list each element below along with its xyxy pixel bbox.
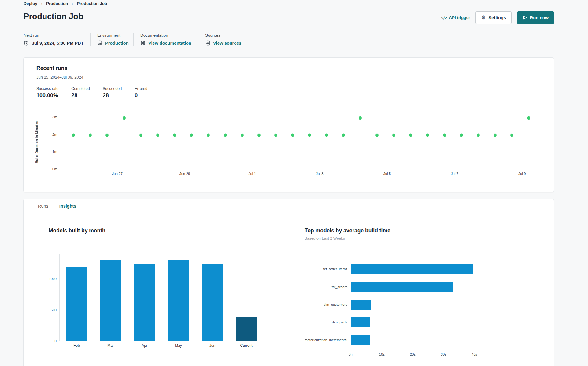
run-dot[interactable] — [224, 134, 227, 137]
environment-column: Environment Production — [90, 33, 133, 46]
run-dot[interactable] — [123, 116, 126, 120]
run-dot[interactable] — [494, 134, 497, 137]
model-bar — [351, 300, 371, 310]
gear-icon: ⚙ — [481, 15, 486, 20]
next-run-value: Jul 9, 2024, 5:00 PM PDT — [32, 41, 83, 46]
run-dot[interactable] — [342, 134, 345, 137]
model-label: fct_orders — [24, 285, 347, 289]
job-info-row: Next run Jul 9, 2024, 5:00 PM PDT Enviro… — [24, 33, 249, 46]
run-dot[interactable] — [156, 134, 159, 137]
run-dot[interactable] — [308, 134, 311, 137]
settings-button[interactable]: ⚙ Settings — [475, 11, 511, 24]
x-axis-tick-mark — [444, 349, 444, 351]
run-dot[interactable] — [409, 134, 412, 137]
y-axis-tick-label: 3m — [52, 115, 57, 119]
model-bar-track — [351, 264, 554, 274]
stat-success-rate: Success rate 100.00% — [36, 87, 58, 99]
environment-link[interactable]: Production — [105, 41, 129, 46]
run-dot[interactable] — [89, 134, 92, 137]
chevron-right-icon: › — [41, 1, 43, 6]
run-dot[interactable] — [325, 134, 328, 137]
x-axis-tick-label: 20s — [410, 353, 416, 356]
run-dot[interactable] — [443, 134, 446, 137]
x-axis-tick-label: Jun 29 — [179, 172, 190, 176]
run-dot[interactable] — [257, 134, 261, 137]
model-bar — [351, 335, 370, 345]
recent-runs-title: Recent runs — [36, 65, 67, 72]
y-axis-tick-label: 2m — [52, 133, 57, 136]
run-dot[interactable] — [359, 116, 362, 120]
model-bar — [351, 282, 453, 292]
page-title: Production Job — [24, 12, 83, 21]
next-run-column: Next run Jul 9, 2024, 5:00 PM PDT — [24, 33, 90, 46]
y-axis-tick-label: 0m — [52, 167, 57, 171]
run-dot[interactable] — [426, 134, 429, 137]
model-row: fct_order_items — [24, 260, 554, 278]
recent-runs-date-range: Jun 25, 2024–Jul 09, 2024 — [36, 75, 83, 79]
model-bar-track — [351, 282, 554, 292]
breadcrumb: Deploy › Production › Production Job — [24, 1, 107, 6]
tab-bar: Runs Insights — [24, 199, 554, 213]
clock-icon — [24, 40, 29, 46]
recent-runs-card: Recent runs Jun 25, 2024–Jul 09, 2024 Su… — [23, 57, 554, 192]
run-dot[interactable] — [72, 134, 75, 137]
model-label: materialization_incremental — [24, 338, 347, 342]
run-dot[interactable] — [190, 134, 193, 137]
x-axis-tick-label: Jul 7 — [451, 172, 458, 176]
run-dot[interactable] — [477, 134, 480, 137]
run-now-label: Run now — [530, 15, 549, 20]
api-trigger-label: API trigger — [449, 15, 470, 20]
breadcrumb-production[interactable]: Production — [46, 1, 68, 6]
x-axis-tick-label: 10s — [379, 353, 385, 356]
top-models-title: Top models by average build time — [305, 227, 390, 234]
model-bar-track — [351, 335, 554, 345]
run-dot[interactable] — [375, 134, 379, 137]
model-bar-track — [351, 300, 554, 310]
run-now-button[interactable]: Run now — [517, 11, 554, 24]
settings-label: Settings — [489, 15, 506, 20]
x-axis-tick-label: Jun 27 — [112, 172, 123, 176]
run-dot[interactable] — [392, 134, 395, 137]
model-row: dim_parts — [24, 313, 554, 331]
run-dot[interactable] — [241, 134, 244, 137]
model-bar — [351, 264, 473, 274]
model-row: fct_orders — [24, 278, 554, 296]
run-dot[interactable] — [274, 134, 277, 137]
view-documentation-link[interactable]: View documentation — [148, 41, 191, 46]
view-sources-link[interactable]: View sources — [213, 41, 241, 46]
tab-insights[interactable]: Insights — [54, 199, 82, 213]
run-duration-y-axis-title: Build Duration in Minutes — [35, 121, 39, 163]
sources-column: Sources View sources — [198, 33, 249, 46]
stat-completed: Completed 28 — [71, 87, 90, 99]
dbt-docs-icon — [140, 40, 146, 46]
x-axis-tick-label: Jul 1 — [249, 172, 256, 176]
environment-label: Environment — [97, 33, 126, 38]
run-dot[interactable] — [105, 134, 109, 137]
tab-runs[interactable]: Runs — [32, 199, 54, 213]
run-dot[interactable] — [291, 134, 294, 137]
model-bar-track — [351, 317, 554, 327]
x-axis-tick-label: Jul 5 — [383, 172, 391, 176]
top-models-subtitle: Based on Last 2 Weeks — [305, 236, 345, 241]
model-label: fct_order_items — [24, 267, 347, 271]
x-axis-tick-label: 0m — [349, 353, 353, 356]
x-axis-tick-label: Jul 9 — [518, 172, 526, 176]
y-axis-tick-label: 1m — [52, 150, 57, 153]
x-axis-tick-mark — [475, 349, 475, 351]
run-dot[interactable] — [139, 134, 142, 137]
run-dot[interactable] — [527, 116, 530, 120]
run-dot[interactable] — [510, 134, 513, 137]
model-row: materialization_incremental — [24, 331, 554, 349]
run-dot[interactable] — [173, 134, 176, 137]
environment-icon — [97, 40, 102, 46]
x-axis-tick-mark — [382, 349, 382, 351]
next-run-label: Next run — [24, 33, 83, 38]
run-dot[interactable] — [207, 134, 210, 137]
runs-insights-card: Runs Insights Models built by month FebM… — [23, 199, 554, 366]
run-dot[interactable] — [460, 134, 463, 137]
api-trigger-link[interactable]: </> API trigger — [441, 15, 470, 20]
x-axis-tick-label: 30s — [441, 353, 446, 356]
breadcrumb-deploy[interactable]: Deploy — [24, 1, 37, 6]
stat-succeeded: Succeeded 28 — [103, 87, 122, 99]
play-icon — [523, 15, 527, 20]
